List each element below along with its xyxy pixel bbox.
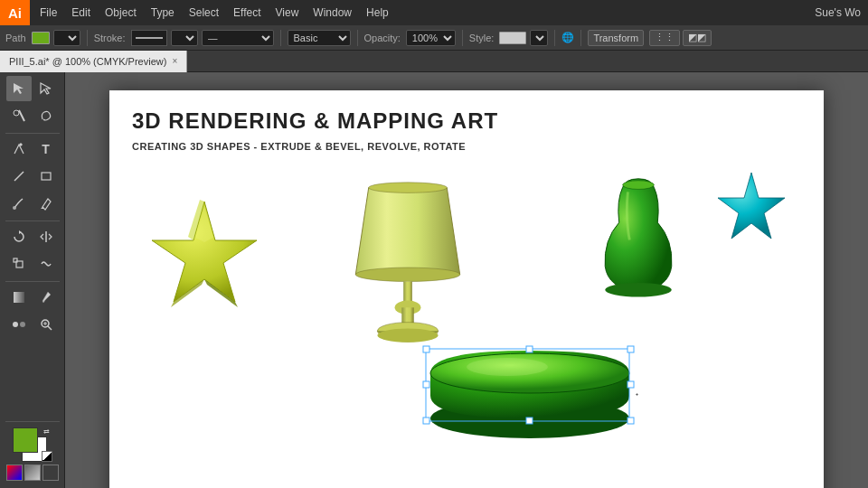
magic-wand-tool[interactable] [6,103,32,128]
stroke-weight-select[interactable]: — [202,30,274,46]
svg-line-0 [19,110,24,121]
color-mode-btn[interactable] [6,465,23,481]
reflect-tool[interactable] [33,224,59,249]
svg-rect-37 [627,346,634,352]
svg-point-4 [13,206,16,210]
svg-rect-42 [627,381,634,388]
style-label: Style: [469,33,495,43]
svg-point-10 [20,322,25,327]
fill-swatch[interactable] [32,32,50,44]
gradient-tool[interactable] [6,285,32,310]
svg-text:↔: ↔ [634,388,638,400]
ai-logo: Ai [0,0,30,25]
color-mode-buttons [6,465,59,481]
tab-bar: PIII_5.ai* @ 100% (CMYK/Preview) × [0,51,868,72]
menu-window[interactable]: Window [307,5,358,21]
globe-icon[interactable]: 🌐 [561,32,574,43]
artboard: 3D RENDERING & MAPPING ART CREATING 3D S… [109,90,824,488]
objects-area[interactable]: ↔ MAPPING ART TO 3D SHAPES [132,170,801,488]
mode-select[interactable]: Basic [288,30,351,46]
svg-point-9 [13,322,18,327]
svg-line-12 [48,326,52,330]
default-colors-icon[interactable] [42,451,52,462]
rotate-tool[interactable] [6,224,32,249]
style-select[interactable] [530,30,548,46]
menu-bar: Ai File Edit Object Type Select Effect V… [0,0,868,25]
align-btn[interactable]: ⋮⋮ [649,30,680,46]
path-label: Path [5,33,26,43]
color-section: ⇄ [5,418,60,484]
paintbrush-tool[interactable] [6,191,32,216]
color-swatches[interactable]: ⇄ [13,427,52,462]
svg-rect-3 [42,173,51,180]
menu-edit[interactable]: Edit [65,5,97,21]
svg-point-22 [369,183,448,193]
svg-rect-36 [526,346,533,352]
svg-rect-38 [423,418,429,424]
page-subtitle: CREATING 3D SHAPES - EXTRUDE & BEVEL, RE… [132,141,801,152]
style-swatch [499,32,526,44]
stroke-box [131,30,167,46]
tab-title: PIII_5.ai* @ 100% (CMYK/Preview) [9,56,166,67]
none-mode-btn[interactable] [42,465,59,481]
scale-tool[interactable] [6,251,32,277]
menu-select[interactable]: Select [183,5,225,21]
gradient-mode-btn[interactable] [24,465,41,481]
svg-rect-8 [14,292,24,303]
svg-point-1 [14,110,19,116]
blend-tool[interactable] [6,312,32,337]
svg-rect-40 [627,418,634,424]
lasso-tool[interactable] [33,103,59,128]
transform-btn[interactable]: Transform [588,30,644,46]
rect-tool[interactable] [33,164,59,189]
line-tool[interactable] [6,164,32,189]
canvas-area[interactable]: 3D RENDERING & MAPPING ART CREATING 3D S… [65,72,868,488]
svg-marker-20 [718,173,785,239]
menu-object[interactable]: Object [99,5,143,21]
select-tool[interactable] [6,76,32,101]
page-title: 3D RENDERING & MAPPING ART [132,108,801,134]
options-toolbar: Path Stroke: — Basic Opacity: 100% Style… [0,25,868,51]
opacity-label: Opacity: [364,33,401,43]
zoom-tool[interactable] [33,312,59,337]
svg-rect-39 [526,418,533,424]
cyan-star[interactable] [711,170,792,251]
stroke-label: Stroke: [94,33,126,43]
direct-select-tool[interactable] [33,76,59,101]
svg-rect-41 [423,381,429,388]
pencil-tool[interactable] [33,191,59,216]
menu-view[interactable]: View [269,5,306,21]
menu-file[interactable]: File [33,5,63,21]
main-area: T [0,72,868,488]
foreground-color-swatch[interactable] [13,427,38,453]
svg-point-29 [605,283,672,296]
green-disc-selected[interactable]: ↔ [421,324,638,441]
svg-point-32 [467,358,548,376]
pathfinder-btn[interactable]: ◩◩ [683,30,712,46]
menu-type[interactable]: Type [145,5,181,21]
svg-point-28 [623,181,655,190]
menu-help[interactable]: Help [360,5,395,21]
menu-items: File Edit Object Type Select Effect View… [30,5,399,21]
eyedropper-tool[interactable] [33,285,59,310]
swap-colors-icon[interactable]: ⇄ [43,427,52,436]
stroke-select[interactable] [171,30,198,46]
type-tool[interactable]: T [33,136,59,162]
svg-point-21 [355,267,459,281]
svg-line-2 [14,172,24,181]
opacity-select[interactable]: 100% [406,30,456,46]
app-title-right: Sue's Wo [815,6,868,19]
pen-tool[interactable] [6,136,32,162]
menu-effect[interactable]: Effect [227,5,267,21]
tab-close-btn[interactable]: × [172,56,177,66]
green-vase[interactable] [593,174,684,310]
warp-tool[interactable] [33,251,59,277]
document-tab[interactable]: PIII_5.ai* @ 100% (CMYK/Preview) × [0,51,187,72]
fill-select[interactable] [53,30,80,46]
yellow-3d-star[interactable] [141,197,268,324]
svg-rect-35 [423,346,429,352]
left-toolbar: T [0,72,65,488]
